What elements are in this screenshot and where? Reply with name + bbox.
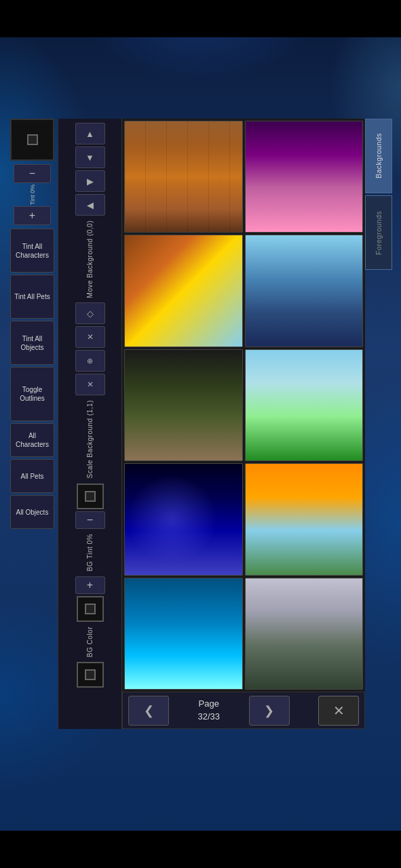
bg-cell-3[interactable] [124, 235, 243, 347]
tint-minus-button[interactable]: − [14, 164, 51, 183]
tint-control-group: − Tint 0% + [14, 164, 51, 225]
all-characters-button[interactable]: All Characters [10, 423, 54, 457]
tint-color-swatch [27, 134, 38, 145]
backgrounds-grid [122, 119, 365, 692]
scale-bg-x-button[interactable]: ⊕ [75, 350, 105, 372]
tint-plus-button[interactable]: + [14, 206, 51, 225]
bg-cell-4[interactable] [245, 235, 364, 347]
bg-cell-10[interactable] [245, 578, 364, 690]
close-panel-button[interactable]: ✕ [318, 696, 359, 726]
image-grid-wrapper: ❮ Page 32/33 ❯ ✕ [122, 119, 365, 729]
bg-cell-9[interactable] [124, 578, 243, 690]
bg-color-label: BG Color [86, 624, 94, 660]
left-sidebar: − Tint 0% + Tint All Characters Tint All… [7, 119, 58, 729]
bg-tint-minus-button[interactable]: − [75, 511, 105, 529]
all-objects-button[interactable]: All Objects [10, 495, 54, 529]
backgrounds-tab[interactable]: Backgrounds [365, 119, 392, 193]
scale-bg-reset-button[interactable]: ✕ [75, 374, 105, 395]
bg-tint-label: BG Tint 0% [86, 531, 94, 574]
top-black-bar [0, 0, 401, 37]
scale-bg-label: Scale Background (1,1) [86, 397, 94, 481]
toggle-outlines-button[interactable]: Toggle Outlines [10, 367, 54, 421]
tint-all-pets-button[interactable]: Tint All Pets [10, 275, 54, 319]
next-page-button[interactable]: ❯ [249, 696, 290, 726]
bg-cell-8[interactable] [245, 463, 364, 575]
bg-cell-5[interactable] [124, 349, 243, 461]
bg-cell-1[interactable] [124, 121, 243, 233]
bg-color-swatch-1 [85, 604, 96, 614]
tint-all-objects-button[interactable]: Tint All Objects [10, 321, 54, 365]
main-panel: − Tint 0% + Tint All Characters Tint All… [7, 119, 394, 729]
bg-tint-swatch [85, 491, 96, 502]
move-bg-right-button[interactable]: ▶ [75, 170, 105, 192]
page-info: Page 32/33 [197, 698, 220, 722]
foregrounds-tab[interactable]: Foregrounds [365, 195, 392, 270]
bg-tint-color-button[interactable] [77, 484, 104, 509]
move-bg-label: Move Background (0,0) [86, 218, 94, 300]
scale-bg-down-button[interactable]: ✕ [75, 326, 105, 348]
all-pets-button[interactable]: All Pets [10, 459, 54, 493]
page-label: Page [197, 698, 220, 710]
move-bg-down-button[interactable]: ▼ [75, 146, 105, 168]
bg-color-button-1[interactable] [77, 596, 104, 622]
scale-bg-up-button[interactable]: ◇ [75, 302, 105, 324]
bottom-black-bar [0, 831, 401, 868]
middle-controls-strip: ▲ ▼ ▶ ◀ Move Background (0,0) ◇ ✕ ⊕ ✕ Sc… [58, 119, 122, 729]
move-bg-left-button[interactable]: ◀ [75, 194, 105, 216]
tint-label: Tint 0% [29, 183, 36, 206]
bg-color-swatch-2 [85, 669, 96, 680]
move-bg-up-button[interactable]: ▲ [75, 123, 105, 144]
prev-page-button[interactable]: ❮ [128, 696, 169, 726]
bg-tint-plus-button[interactable]: + [75, 576, 105, 594]
pagination-bar: ❮ Page 32/33 ❯ ✕ [122, 692, 365, 729]
page-display: 32/33 [197, 711, 220, 723]
tint-all-characters-button[interactable]: Tint All Characters [10, 229, 54, 273]
right-tab-strip: Backgrounds Foregrounds [365, 119, 394, 729]
bg-cell-7[interactable] [124, 463, 243, 575]
bg-color-button-2[interactable] [77, 662, 104, 688]
bg-cell-6[interactable] [245, 349, 364, 461]
tint-preview-box [10, 119, 54, 161]
bg-cell-2[interactable] [245, 121, 364, 233]
